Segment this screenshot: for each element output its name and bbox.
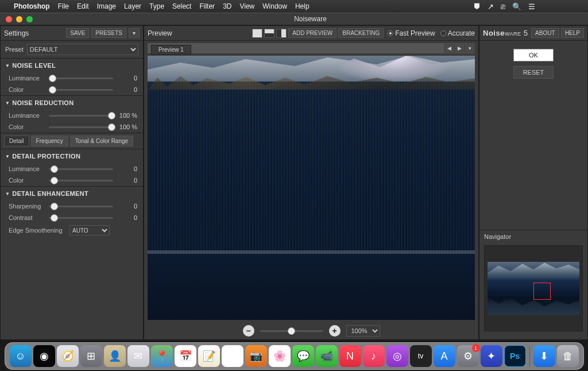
detail-protection-title: DETAIL PROTECTION [12, 153, 80, 160]
view-split-v-icon[interactable] [276, 29, 287, 38]
de-sharpening-slider[interactable] [49, 202, 113, 210]
menu-image[interactable]: Image [97, 2, 116, 10]
bluetooth-icon[interactable]: ↗ [488, 2, 494, 11]
chevron-down-icon[interactable]: ▼ [5, 154, 10, 159]
menu-edit[interactable]: Edit [77, 2, 89, 10]
dock-launchpad-icon[interactable]: ⊞ [80, 345, 102, 367]
dock-photoshop-icon[interactable]: Ps [504, 345, 526, 367]
bracketing-button[interactable]: BRACKETING [338, 28, 384, 38]
de-sharpening-value: 0 [118, 203, 137, 210]
dock-mail-icon[interactable]: ✉ [127, 345, 149, 367]
dock-photobooth-icon[interactable]: 📷 [245, 345, 267, 367]
prev-tab-icon[interactable]: ◀ [444, 44, 454, 53]
preview-tab-1[interactable]: Preview 1 [151, 45, 191, 55]
noise-level-title: NOISE LEVEL [12, 62, 56, 69]
close-button[interactable] [6, 16, 12, 22]
preset-select[interactable]: DEFAULT [27, 44, 138, 55]
dock-notes-icon[interactable]: 📝 [198, 345, 220, 367]
nr-color-slider[interactable] [49, 123, 113, 131]
menu-window[interactable]: Window [262, 2, 287, 10]
zoom-slider[interactable] [260, 327, 323, 335]
chevron-down-icon[interactable]: ▼ [5, 191, 10, 196]
control-center-icon[interactable]: ☰ [528, 2, 535, 11]
tab-tonal[interactable]: Tonal & Color Range [70, 136, 133, 146]
navigator-box [484, 245, 583, 331]
brand-title: Noiseware 5 [483, 29, 528, 37]
zoom-button[interactable] [26, 16, 33, 22]
dock-appstore-icon[interactable]: A [434, 345, 455, 367]
zoom-out-button[interactable]: − [243, 325, 254, 337]
dock-finder-icon[interactable]: ☺ [10, 345, 32, 367]
spotlight-icon[interactable]: 🔍 [512, 2, 521, 11]
dock-music-icon[interactable]: ♪ [363, 345, 385, 367]
dp-luminance-label: Luminance [9, 165, 44, 172]
edge-smoothening-label: Edge Smoothening [9, 227, 65, 234]
nl-color-slider[interactable] [49, 86, 113, 94]
dock-news-icon[interactable]: N [339, 345, 361, 367]
menu-3d[interactable]: 3D [223, 2, 231, 10]
menu-filter[interactable]: Filter [199, 2, 215, 10]
dock-contacts-icon[interactable]: 👤 [104, 345, 126, 367]
nl-color-label: Color [9, 86, 44, 93]
menu-layer[interactable]: Layer [124, 2, 141, 10]
dock-downloads-icon[interactable]: ⬇ [533, 345, 555, 367]
dock-maps-icon[interactable]: 📍 [151, 345, 173, 367]
zoom-select[interactable]: 100% [346, 325, 380, 337]
dock-facetime-icon[interactable]: 📹 [316, 345, 338, 367]
preview-panel: Preview ADD PREVIEW BRACKETING Fast Prev… [144, 25, 479, 340]
menu-type[interactable]: Type [149, 2, 164, 10]
dock-safari-icon[interactable]: 🧭 [57, 345, 79, 367]
add-preview-button[interactable]: ADD PREVIEW [288, 28, 336, 38]
settings-title: Settings [4, 29, 64, 37]
dock-calendar-icon[interactable]: 📅 [175, 345, 196, 367]
dock-aol-icon[interactable]: ✦ [481, 345, 502, 367]
navigator-thumbnail[interactable] [488, 262, 579, 315]
dock-siri-icon[interactable]: ◉ [33, 345, 55, 367]
dock-reminders-icon[interactable]: ☑ [222, 345, 243, 367]
about-button[interactable]: ABOUT [531, 28, 559, 38]
menu-help[interactable]: Help [295, 2, 310, 10]
zoom-in-button[interactable]: + [329, 325, 341, 337]
dp-color-slider[interactable] [49, 176, 113, 184]
tab-menu-icon[interactable]: ▾ [465, 44, 475, 53]
chevron-down-icon[interactable]: ▼ [5, 63, 10, 68]
ok-button[interactable]: OK [513, 49, 554, 61]
dock-messages-icon[interactable]: 💬 [292, 345, 314, 367]
view-single-icon[interactable] [252, 29, 262, 38]
nr-luminance-slider[interactable] [49, 111, 113, 119]
menubar-app[interactable]: Photoshop [14, 2, 50, 10]
avast-icon[interactable]: ⛊ [473, 2, 481, 11]
next-tab-icon[interactable]: ▶ [454, 44, 465, 53]
help-button[interactable]: HELP [561, 28, 584, 38]
accurate-radio[interactable]: Accurate [440, 29, 475, 37]
view-split-h-icon[interactable] [264, 29, 274, 38]
screenshare-icon[interactable]: ⎚ [501, 2, 505, 11]
dock-podcasts-icon[interactable]: ◎ [386, 345, 408, 367]
dock-tv-icon[interactable]: tv [410, 345, 432, 367]
tab-detail[interactable]: Detail [4, 136, 29, 146]
de-contrast-slider[interactable] [49, 214, 113, 222]
menu-file[interactable]: File [58, 2, 69, 10]
dock-photos-icon[interactable]: 🌸 [269, 345, 291, 367]
dock-preferences-icon[interactable]: ⚙1 [457, 345, 479, 367]
fast-preview-radio[interactable]: Fast Preview [388, 29, 435, 37]
minimize-button[interactable] [16, 16, 22, 22]
reset-button[interactable]: RESET [513, 66, 554, 79]
menu-select[interactable]: Select [172, 2, 191, 10]
de-contrast-value: 0 [118, 214, 137, 221]
nr-color-label: Color [9, 123, 44, 130]
presets-button[interactable]: PRESETS [91, 28, 126, 38]
edge-smoothening-select[interactable]: AUTO [69, 225, 110, 235]
preview-canvas[interactable] [148, 56, 475, 320]
dp-luminance-slider[interactable] [49, 165, 113, 173]
menu-view[interactable]: View [239, 2, 254, 10]
presets-dropdown-icon[interactable]: ▾ [129, 28, 140, 38]
chevron-down-icon[interactable]: ▼ [5, 101, 10, 106]
tab-frequency[interactable]: Frequency [31, 136, 68, 146]
navigator-viewport[interactable] [533, 283, 551, 300]
nl-color-value: 0 [118, 86, 137, 93]
nl-luminance-slider[interactable] [49, 74, 113, 82]
save-button[interactable]: SAVE [66, 28, 89, 38]
mac-menubar: Photoshop File Edit Image Layer Type Sel… [0, 0, 588, 13]
dock-trash-icon[interactable]: 🗑 [557, 345, 579, 367]
